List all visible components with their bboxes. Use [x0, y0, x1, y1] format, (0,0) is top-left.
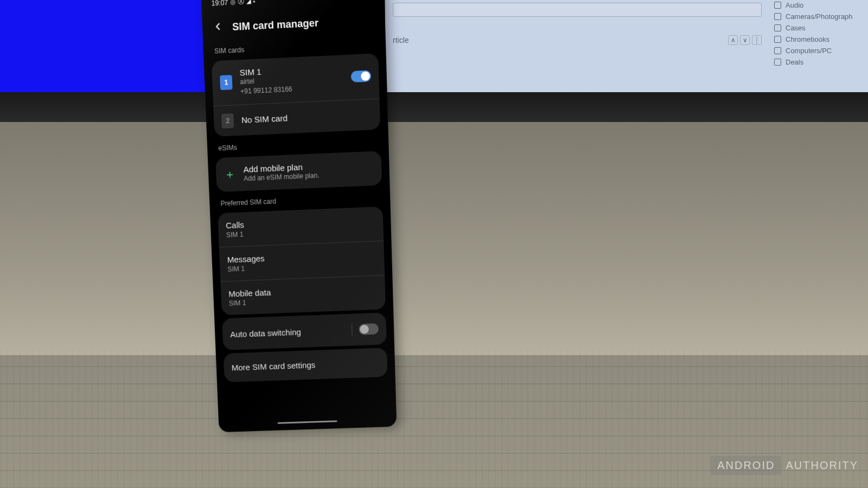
sim2-icon: 2 [221, 113, 234, 129]
wifi-icon: ⊜ [325, 0, 330, 1]
add-mobile-plan[interactable]: ＋ Add mobile plan Add an eSIM mobile pla… [215, 151, 382, 192]
background-monitor-blue [0, 0, 222, 92]
sim-cards-card: 1 SIM 1 airtel +91 99112 83166 2 No SIM … [212, 53, 380, 136]
preferred-messages[interactable]: Messages SIM 1 [219, 241, 385, 281]
whatsapp-icon: ◎ [230, 0, 236, 6]
more-sim-settings[interactable]: More SIM card settings [224, 348, 388, 383]
section-label-esims: eSIMs [215, 133, 381, 155]
gesture-nav-bar[interactable] [278, 420, 337, 424]
sim-slot-1[interactable]: 1 SIM 1 airtel +91 99112 83166 [212, 53, 380, 105]
page-header: SIM card manager [209, 4, 378, 39]
back-icon[interactable] [212, 21, 224, 35]
background-wall [0, 122, 868, 355]
sim1-icon: 1 [220, 75, 232, 90]
dot-icon: • [253, 0, 255, 4]
nav-more-icon: ⋮ [752, 35, 762, 45]
sim2-name: No SIM card [241, 110, 373, 125]
watermark-part2: AUTHORITY [784, 456, 859, 475]
background-monitor-bezel [0, 92, 868, 122]
more-label: More SIM card settings [231, 361, 315, 373]
volte-icon: ↹ [332, 0, 337, 1]
signal-icon: ▮▮▮▮ [340, 0, 353, 1]
send-icon: ◢ [246, 0, 251, 5]
background-article-label: rticle [393, 36, 409, 44]
auto-switch-toggle[interactable] [359, 324, 379, 336]
status-time: 19:07 [211, 0, 228, 7]
esim-card: ＋ Add mobile plan Add an eSIM mobile pla… [215, 151, 382, 192]
auto-switch-label: Auto data switching [230, 325, 346, 339]
nav-up-icon: ∧ [728, 35, 738, 45]
nav-down-icon: ∨ [740, 35, 750, 45]
watermark-part1: ANDROID [711, 456, 781, 475]
phone-device: 19:07 ◎ Ⓐ ◢ • ⊜ ↹ ▮▮▮▮ 85% ▮ SIM card ma… [201, 0, 397, 432]
plus-icon: ＋ [224, 168, 236, 181]
background-category-list: Audio Cameras/Photograph Cases Chromeboo… [774, 1, 864, 69]
preferred-calls[interactable]: Calls SIM 1 [218, 207, 384, 247]
divider [352, 324, 353, 336]
section-label-preferred: Preferred SIM card [217, 189, 382, 210]
more-card: More SIM card settings [224, 348, 388, 383]
watermark: ANDROID AUTHORITY [711, 456, 859, 475]
app-badge-icon: Ⓐ [238, 0, 244, 6]
preferred-card: Calls SIM 1 Messages SIM 1 Mobile data S… [218, 207, 386, 316]
auto-switch-card: Auto data switching [222, 313, 387, 351]
sim1-toggle[interactable] [351, 70, 372, 83]
page-title: SIM card manager [232, 17, 319, 33]
preferred-mobile-data[interactable]: Mobile data SIM 1 [220, 275, 386, 315]
auto-data-switching[interactable]: Auto data switching [222, 313, 387, 351]
background-monitor-page: rticle ∧ ∨ ⋮ Audio Cameras/Photograph Ca… [385, 0, 868, 92]
